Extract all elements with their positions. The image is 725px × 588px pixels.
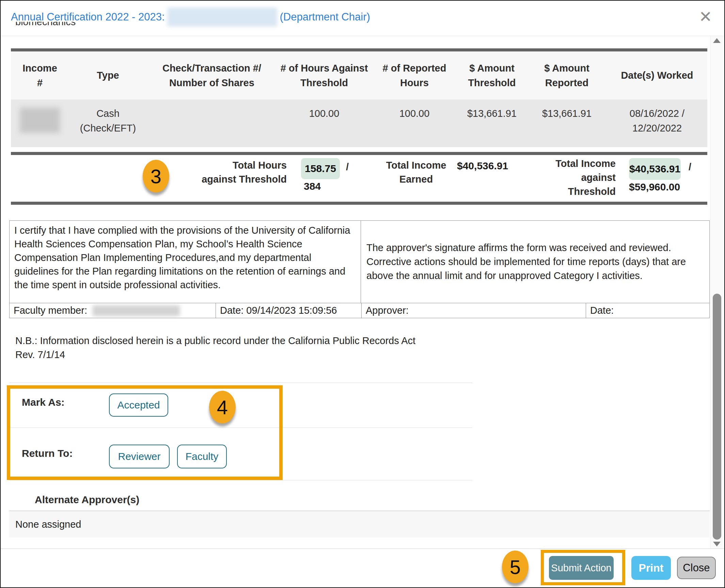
faculty-member-cell: Faculty member: (10, 303, 216, 318)
close-icon[interactable]: ✕ (699, 9, 712, 25)
redacted-name (168, 7, 277, 27)
redacted-income-number (20, 108, 60, 133)
annual-certification-modal: Annual Certification 2022 - 2023: (Depar… (0, 0, 725, 588)
col-type: Type (69, 51, 147, 99)
faculty-date-cell: Date: 09/14/2023 15:09:56 (216, 303, 362, 318)
col-amount-threshold: $ Amount Threshold (457, 51, 527, 99)
alternate-approvers-heading: Alternate Approver(s) (35, 494, 139, 506)
scroll-down-arrow-icon[interactable] (713, 542, 721, 546)
total-hours-value-badge: 158.75 (301, 158, 340, 179)
total-income-earned-label: Total Income Earned (382, 158, 450, 186)
nb-line: N.B.: Information disclosed herein is a … (15, 334, 415, 348)
cell-dates-worked: 08/16/2022 / 12/20/2022 (607, 99, 707, 147)
total-hours-label: Total Hours against Threshold (168, 158, 287, 186)
col-check-transaction: Check/Transaction #/ Number of Shares (147, 51, 277, 99)
table-top-divider (11, 48, 707, 51)
income-table-header: Income # Type Check/Transaction #/ Numbe… (11, 51, 707, 99)
print-button[interactable]: Print (631, 556, 671, 580)
row-divider (9, 480, 472, 480)
cell-reported-hours: 100.00 (372, 99, 457, 147)
faculty-certification-statement: I certify that I have complied with the … (10, 221, 361, 303)
step-5-badge: 5 (502, 551, 529, 583)
cell-type: Cash (Check/EFT) (69, 99, 147, 147)
col-reported-hours: # of Reported Hours (372, 51, 457, 99)
col-amount-reported: $ Amount Reported (527, 51, 607, 99)
total-income-threshold-value-badge: $40,536.91 (629, 158, 681, 180)
total-income-threshold-max: $59,960.00 (629, 181, 680, 193)
step-4-highlight-box (7, 385, 283, 480)
signature-row: Faculty member: Date: 09/14/2023 15:09:5… (10, 303, 709, 318)
footer-divider (1, 548, 725, 549)
certification-statements: I certify that I have complied with the … (10, 221, 709, 303)
col-income-number: Income # (11, 51, 69, 99)
cell-amount-threshold: $13,661.91 (457, 99, 527, 147)
alternate-approvers-row: None assigned (9, 511, 710, 538)
col-hours-against-threshold: # of Hours Against Threshold (277, 51, 372, 99)
total-income-threshold-divider: / (689, 161, 691, 173)
revision-line: Rev. 7/1/14 (15, 348, 415, 362)
modal-title-bar: Annual Certification 2022 - 2023: (Depar… (1, 1, 725, 36)
cell-hours-against-threshold: 100.00 (277, 99, 372, 147)
close-button[interactable]: Close (677, 557, 716, 579)
total-income-earned-value: $40,536.91 (457, 160, 508, 172)
step-5-highlight-box (541, 550, 625, 585)
public-record-note: N.B.: Information disclosed herein is a … (15, 334, 415, 362)
income-table-row: Cash (Check/EFT) 100.00 100.00 $13,661.9… (11, 99, 707, 147)
cell-amount-reported: $13,661.91 (527, 99, 607, 147)
total-hours-divider: / (346, 161, 349, 173)
total-hours-max: 384 (304, 181, 321, 192)
totals-top-divider (11, 152, 707, 155)
certification-table: I certify that I have complied with the … (9, 220, 710, 318)
clipped-scroll-text: biomechanics (15, 22, 76, 30)
step-3-badge: 3 (143, 160, 169, 192)
title-suffix: (Department Chair) (280, 11, 370, 23)
vertical-scrollbar-thumb[interactable] (713, 294, 721, 540)
title-prefix: Annual Certification 2022 - 2023: (11, 11, 165, 23)
total-income-threshold-label: Total Income against Threshold (541, 157, 616, 199)
row-divider (9, 383, 472, 383)
approver-date-cell: Date: (586, 303, 709, 318)
approver-certification-statement: The approver's signature affirms the for… (361, 221, 709, 303)
scroll-up-arrow-icon[interactable] (713, 38, 721, 43)
approver-cell: Approver: (362, 303, 586, 318)
cell-check-transaction (147, 99, 277, 147)
col-dates-worked: Date(s) Worked (607, 51, 707, 99)
redacted-faculty-name (93, 305, 180, 316)
cell-income-number (11, 99, 69, 147)
totals-bottom-divider (11, 202, 707, 205)
